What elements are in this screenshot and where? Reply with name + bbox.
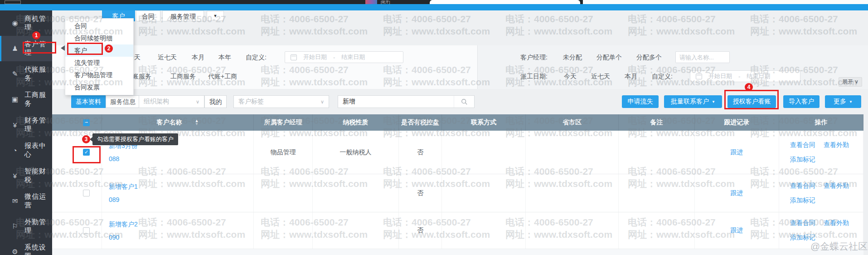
- view-contract-link[interactable]: 查看合同: [790, 141, 815, 149]
- checkbox-tooltip: 勾选需要授权客户看账的客户: [92, 133, 178, 145]
- more-button[interactable]: 更多▼: [825, 95, 861, 108]
- row-checkbox[interactable]: [83, 227, 90, 234]
- dispatch-quick-option-2[interactable]: 近七天: [591, 70, 610, 82]
- add-mark-link[interactable]: 添加标记: [790, 234, 815, 242]
- org-structure-placeholder: 组织架构: [144, 98, 169, 106]
- background-window-panel-2: [583, 0, 868, 4]
- tab-contract[interactable]: 合同: [136, 10, 160, 21]
- sidebar-item-4[interactable]: ▣工商服务: [0, 87, 52, 112]
- actions-line-1: 查看合同查看外勤: [790, 182, 849, 190]
- column-header-3: 纳税性质: [313, 114, 399, 131]
- date-quick-option-4[interactable]: 本年: [218, 51, 231, 63]
- import-customers-button[interactable]: 导入客户: [783, 95, 820, 108]
- follow-cell: 跟进: [695, 131, 779, 174]
- sidebar-item-3[interactable]: ✎代账服务: [0, 61, 52, 87]
- view-contract-link[interactable]: 查看合同: [790, 219, 815, 227]
- toggle-service-info[interactable]: 服务信息: [106, 95, 140, 108]
- view-contract-link[interactable]: 查看合同: [790, 182, 815, 190]
- search-input[interactable]: [338, 96, 454, 108]
- expand-filters-button[interactable]: 展开 ∨: [839, 77, 862, 87]
- tab-caret-button[interactable]: ▼: [207, 11, 224, 21]
- toggle-basic-info[interactable]: 基本资料: [71, 95, 106, 108]
- watermark-phone: 电话：4006-6500-27: [383, 13, 471, 25]
- dispatch-quick-option-3[interactable]: 本月: [625, 70, 637, 82]
- column-header-9: 操作: [779, 114, 863, 131]
- manager-option-1[interactable]: 未分配: [563, 51, 582, 63]
- service-type-option-3[interactable]: 代账+工商: [208, 70, 237, 82]
- settings-icon: ⚙: [11, 248, 19, 255]
- customers-icon: ♟: [11, 44, 19, 53]
- search-icon: [461, 98, 468, 105]
- flyout-item-2[interactable]: 合同续签明细: [65, 32, 133, 44]
- tax-type-cell: 一般纳税人: [313, 131, 399, 174]
- flyout-item-1[interactable]: 合同: [65, 20, 133, 32]
- date-quick-option-2[interactable]: 近七天: [158, 51, 177, 63]
- annotation-step-2: 2: [105, 44, 113, 53]
- sort-control[interactable]: ▲▼: [195, 119, 199, 126]
- dispatch-date-range-input[interactable]: 开始日期 - 结束日期: [690, 70, 800, 82]
- follow-link[interactable]: 跟进: [731, 226, 743, 235]
- customer-search: [338, 95, 475, 108]
- view-fieldwork-link[interactable]: 查看外勤: [824, 182, 849, 190]
- mine-button[interactable]: 我的: [204, 95, 227, 108]
- column-header-label: 跟进记录: [724, 118, 750, 127]
- sidebar-item-9[interactable]: ⚐外勤管理: [0, 214, 52, 239]
- sidebar-item-8[interactable]: ✉微信运营: [0, 188, 52, 214]
- flyout-item-3[interactable]: 客户: [65, 44, 133, 57]
- follow-cell: 跟进: [695, 212, 779, 249]
- sidebar-item-2[interactable]: ♟客户管理: [0, 36, 52, 61]
- sidebar-item-5[interactable]: ¥财务管理: [0, 112, 52, 137]
- manager-option-3[interactable]: 分配多个: [636, 51, 662, 63]
- view-fieldwork-link[interactable]: 查看外勤: [824, 219, 849, 227]
- sidebar-item-10[interactable]: ⚙系统设置: [0, 239, 52, 255]
- flyout-item-6[interactable]: 合同发票: [65, 81, 133, 93]
- sidebar-item-1[interactable]: ◉商机管理: [0, 10, 52, 36]
- service-type-option-2[interactable]: 工商服务: [170, 70, 196, 82]
- apply-churn-button[interactable]: 申请流失: [622, 95, 659, 108]
- actions-line-2: 添加标记: [790, 156, 815, 164]
- dispatch-quick-option-1[interactable]: 今天: [564, 70, 577, 82]
- batch-contact-button[interactable]: 批量联系客户▼: [664, 95, 722, 108]
- sidebar-item-label: 财务管理: [24, 116, 52, 133]
- manager-option-2[interactable]: 分配单个: [596, 51, 622, 63]
- customer-code-link[interactable]: 089: [109, 196, 119, 203]
- follow-link[interactable]: 跟进: [731, 189, 743, 197]
- customer-name-link[interactable]: 新增客户2: [109, 221, 138, 229]
- org-structure-select[interactable]: 组织架构 ∨: [139, 95, 204, 108]
- date-quick-option-3[interactable]: 本月: [192, 51, 204, 63]
- view-fieldwork-link[interactable]: 查看外勤: [824, 141, 849, 149]
- add-mark-link[interactable]: 添加标记: [790, 196, 815, 205]
- actions-line-2: 添加标记: [790, 196, 815, 205]
- date-range-input[interactable]: 开始日期 - 结束日期: [285, 51, 403, 63]
- date-start-placeholder: 开始日期: [708, 72, 732, 80]
- table-header: –客户名称▲▼所属客户经理纳税性质是否有税控盘联系方式省市区备注跟进记录操作: [52, 114, 863, 131]
- sidebar-item-6[interactable]: ◔报表中心: [0, 137, 52, 163]
- add-mark-link[interactable]: 添加标记: [790, 156, 815, 164]
- column-header-label: 所属客户经理: [264, 118, 302, 127]
- remark-cell: [619, 212, 695, 249]
- manager-name-input[interactable]: [675, 51, 730, 63]
- table-row: 新增客户2090否跟进查看合同查看外勤添加标记: [52, 212, 863, 249]
- sidebar-item-7[interactable]: ¥智能财税: [0, 163, 52, 188]
- watermark-site: 网址：www.tdxsoft.com: [383, 25, 490, 38]
- date-end-placeholder: 结束日期: [747, 72, 770, 80]
- row-checkbox-cell: [52, 174, 102, 212]
- customer-code-link[interactable]: 088: [109, 155, 119, 162]
- button-label: 更多: [834, 98, 846, 106]
- flyout-item-4[interactable]: 流失管理: [65, 57, 133, 69]
- tab-service-management[interactable]: 服务管理: [162, 10, 204, 21]
- search-button[interactable]: [454, 96, 474, 108]
- flyout-item-5[interactable]: 客户物品管理: [65, 69, 133, 81]
- authorize-view-accounts-button[interactable]: 授权客户看账: [727, 95, 776, 108]
- follow-link[interactable]: 跟进: [731, 148, 743, 157]
- button-label: 批量联系客户: [671, 98, 709, 106]
- row-checkbox[interactable]: ✓: [83, 149, 90, 156]
- actions-line-2: 添加标记: [790, 234, 815, 242]
- customer-name-link[interactable]: 新增客户1: [109, 183, 138, 191]
- customer-code-link[interactable]: 090: [109, 234, 119, 241]
- region-cell: [526, 212, 619, 249]
- select-all-checkbox[interactable]: –: [83, 119, 90, 126]
- customer-tag-select[interactable]: 客户标签 ∨: [233, 95, 329, 108]
- row-checkbox[interactable]: [83, 190, 90, 196]
- tax-disk-cell: 否: [399, 131, 442, 174]
